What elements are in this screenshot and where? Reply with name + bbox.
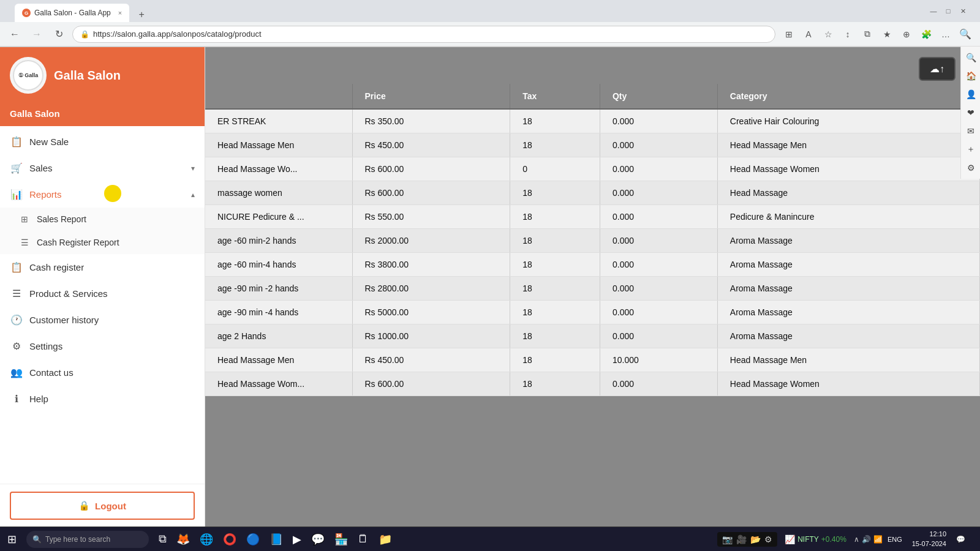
taskbar-search[interactable]: 🔍 Type here to search bbox=[26, 531, 149, 548]
product-services-label: Product & Services bbox=[29, 288, 108, 299]
taskbar-item-opera[interactable]: ⭕ bbox=[218, 527, 241, 551]
notification-area[interactable]: 💬 bbox=[954, 535, 968, 544]
sales-report-label: Sales Report bbox=[37, 214, 86, 224]
start-button[interactable]: ⊞ bbox=[0, 527, 24, 551]
zoom-btn[interactable]: A bbox=[800, 26, 817, 43]
tabs-bar: G Galla Salon - Galla App × + bbox=[12, 0, 929, 22]
table-row[interactable]: massage women Rs 600.00 18 0.000 Head Ma… bbox=[205, 181, 980, 205]
reports-submenu: ⊞ Sales Report ☰ Cash Register Report bbox=[0, 208, 205, 254]
browser-menu-btn[interactable]: ⊞ bbox=[780, 26, 797, 43]
new-sale-icon: 📋 bbox=[10, 136, 23, 148]
cell-qty: 0.000 bbox=[600, 372, 717, 396]
table-row[interactable]: age -60 min-4 hands Rs 3800.00 18 0.000 … bbox=[205, 253, 980, 277]
sidebar-item-product-services[interactable]: ☰ Product & Services bbox=[0, 280, 205, 307]
product-table: Price Tax Qty Category ER STREAK Rs 350.… bbox=[205, 84, 980, 396]
sales-report-icon: ⊞ bbox=[18, 214, 31, 224]
taskbar-item-taskview[interactable]: ⧉ bbox=[154, 527, 172, 551]
taskbar-item-youtube[interactable]: ▶ bbox=[288, 527, 306, 551]
taskbar-item-chrome[interactable]: 🔵 bbox=[241, 527, 265, 551]
sidebar-header: ① Galla Galla Salon bbox=[0, 47, 205, 103]
cell-price: Rs 600.00 bbox=[352, 181, 510, 205]
cell-tax: 18 bbox=[510, 109, 600, 133]
favorites-btn[interactable]: ★ bbox=[878, 26, 895, 43]
sidebar-item-sales[interactable]: 🛒 Sales ▾ bbox=[0, 155, 205, 181]
logout-icon: 🔒 bbox=[78, 500, 90, 511]
chevron-up-icon: ∧ bbox=[854, 535, 859, 544]
minimize-button[interactable]: — bbox=[929, 6, 938, 16]
sidebar-item-help[interactable]: ℹ Help bbox=[0, 386, 205, 412]
table-row[interactable]: age -90 min -4 hands Rs 5000.00 18 0.000… bbox=[205, 301, 980, 324]
table-row[interactable]: NICURE Pedicure & ... Rs 550.00 18 0.000… bbox=[205, 205, 980, 229]
product-services-icon: ☰ bbox=[10, 288, 23, 299]
tab-close-btn[interactable]: × bbox=[118, 9, 122, 17]
reload-button[interactable]: ↻ bbox=[50, 26, 67, 43]
cell-category: Head Massage Women bbox=[717, 372, 979, 396]
url-text: https://salon.galla.app/salonpos/catalog… bbox=[93, 29, 262, 39]
sidebar-item-contact-us[interactable]: 👥 Contact us bbox=[0, 359, 205, 386]
cell-category: Aroma Massage bbox=[717, 277, 979, 301]
upload-button[interactable]: ☁↑ bbox=[919, 57, 956, 81]
address-bar[interactable]: 🔒 https://salon.galla.app/salonpos/catal… bbox=[72, 26, 775, 43]
edge-icon-search[interactable]: 🔍 bbox=[962, 49, 979, 66]
cell-qty: 0.000 bbox=[600, 181, 717, 205]
splitscreen-btn[interactable]: ⧉ bbox=[859, 26, 876, 43]
edge-icon-plus[interactable]: ＋ bbox=[962, 141, 979, 158]
edge-icon-user[interactable]: 👤 bbox=[962, 86, 979, 103]
back-button[interactable]: ← bbox=[6, 26, 23, 43]
cell-tax: 18 bbox=[510, 205, 600, 229]
taskbar-item-edge[interactable]: 🌐 bbox=[195, 527, 218, 551]
taskbar-item-file-manager[interactable]: 📁 bbox=[374, 527, 397, 551]
extensions-btn[interactable]: 🧩 bbox=[918, 26, 935, 43]
cell-category: Head Massage Men bbox=[717, 348, 979, 372]
table-row[interactable]: age -60 min-2 hands Rs 2000.00 18 0.000 … bbox=[205, 229, 980, 253]
taskbar-item-notes[interactable]: 🗒 bbox=[353, 527, 374, 551]
settings-icon: ⚙ bbox=[10, 340, 23, 352]
cell-name: age 2 Hands bbox=[205, 324, 352, 348]
table-row[interactable]: Head Massage Men Rs 450.00 18 0.000 Head… bbox=[205, 133, 980, 157]
more-options-btn[interactable]: … bbox=[937, 26, 954, 43]
edge-icon-settings[interactable]: ⚙ bbox=[962, 159, 979, 176]
taskbar-item-store[interactable]: 🏪 bbox=[330, 527, 353, 551]
new-tab-button[interactable]: + bbox=[134, 7, 149, 22]
profile-sync-btn[interactable]: ↕ bbox=[839, 26, 856, 43]
table-row[interactable]: Head Massage Wom... Rs 600.00 18 0.000 H… bbox=[205, 372, 980, 396]
table-row[interactable]: ER STREAK Rs 350.00 18 0.000 Creative Ha… bbox=[205, 109, 980, 133]
taskbar-item-firefox[interactable]: 🦊 bbox=[172, 527, 195, 551]
cell-name: ER STREAK bbox=[205, 109, 352, 133]
logout-button[interactable]: 🔒 Logout bbox=[10, 492, 195, 520]
taskbar-item-skype[interactable]: 💬 bbox=[306, 527, 330, 551]
sales-label: Sales bbox=[29, 163, 53, 173]
sidebar-item-settings[interactable]: ⚙ Settings bbox=[0, 333, 205, 359]
collections-btn[interactable]: ⊕ bbox=[898, 26, 915, 43]
sidebar-item-sales-report[interactable]: ⊞ Sales Report bbox=[0, 208, 205, 231]
forward-button[interactable]: → bbox=[28, 26, 45, 43]
table-row[interactable]: age -90 min -2 hands Rs 2800.00 18 0.000… bbox=[205, 277, 980, 301]
sidebar-item-cash-register-report[interactable]: ☰ Cash Register Report bbox=[0, 231, 205, 254]
salon-name-header: Galla Salon bbox=[54, 69, 121, 83]
cell-price: Rs 600.00 bbox=[352, 372, 510, 396]
active-tab[interactable]: G Galla Salon - Galla App × bbox=[15, 4, 129, 22]
sidebar-item-customer-history[interactable]: 🕐 Customer history bbox=[0, 307, 205, 333]
contact-us-icon: 👥 bbox=[10, 367, 23, 378]
table-row[interactable]: Head Massage Wo... Rs 600.00 0 0.000 Hea… bbox=[205, 157, 980, 181]
cell-tax: 18 bbox=[510, 133, 600, 157]
edge-icon-home[interactable]: 🏠 bbox=[962, 67, 979, 84]
cell-category: Head Massage Men bbox=[717, 133, 979, 157]
close-window-button[interactable]: ✕ bbox=[958, 6, 968, 16]
sidebar-menu: 📋 New Sale 🛒 Sales ▾ 📊 Reports ▴ ⊞ Sales… bbox=[0, 126, 205, 484]
sidebar-item-reports[interactable]: 📊 Reports ▴ bbox=[0, 181, 205, 208]
taskbar-item-facebook[interactable]: 📘 bbox=[265, 527, 288, 551]
sidebar-item-cash-register[interactable]: 📋 Cash register bbox=[0, 254, 205, 280]
browser-toolbar: ← → ↻ 🔒 https://salon.galla.app/salonpos… bbox=[0, 22, 980, 47]
edge-search-btn[interactable]: 🔍 bbox=[957, 26, 974, 43]
table-row[interactable]: age 2 Hands Rs 1000.00 18 0.000 Aroma Ma… bbox=[205, 324, 980, 348]
maximize-button[interactable]: □ bbox=[943, 6, 953, 16]
col-category: Category bbox=[717, 84, 979, 109]
table-row[interactable]: Head Massage Men Rs 450.00 18 10.000 Hea… bbox=[205, 348, 980, 372]
main-layout: ① Galla Galla Salon Galla Salon 📋 New Sa… bbox=[0, 47, 980, 527]
edge-icon-favorite[interactable]: ❤ bbox=[962, 104, 979, 121]
bookmark-btn[interactable]: ☆ bbox=[820, 26, 837, 43]
sidebar-item-new-sale[interactable]: 📋 New Sale bbox=[0, 129, 205, 155]
browser-titlebar: G Galla Salon - Galla App × + — □ ✕ bbox=[0, 0, 980, 22]
edge-icon-mail[interactable]: ✉ bbox=[962, 122, 979, 140]
